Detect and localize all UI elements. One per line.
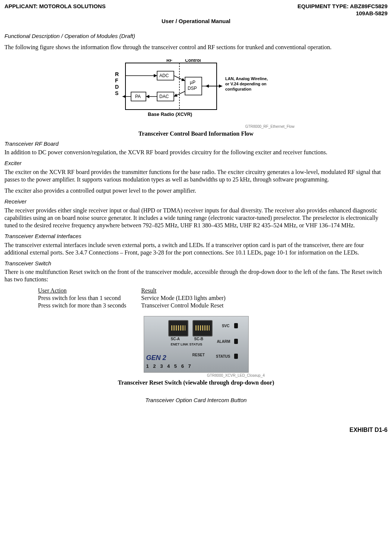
table-header-action: User Action bbox=[38, 287, 141, 294]
pa-label: PA bbox=[135, 94, 141, 99]
side-text-3: configuration bbox=[225, 87, 252, 91]
side-text-2: or V.24 depending on bbox=[225, 82, 267, 86]
rfboard-title: Transceiver RF Board bbox=[4, 140, 388, 148]
reset-label: RESET bbox=[192, 353, 205, 358]
section-title: Functional Description / Operation of Mo… bbox=[4, 33, 388, 40]
switch-para: There is one multifunction Reset switch … bbox=[4, 268, 388, 283]
rfboard-para: In addition to DC power conversion/regul… bbox=[4, 149, 388, 156]
alarm-label: ALARM bbox=[217, 339, 230, 344]
up-label: µP bbox=[190, 80, 195, 85]
base-radio-label: Base Radio (XCVR) bbox=[148, 111, 192, 117]
table-row: Press switch for more than 3 seconds Tra… bbox=[38, 302, 240, 309]
svg-text:S: S bbox=[115, 90, 118, 96]
option-card-title: Transceiver Option Card Intercom Button bbox=[4, 397, 388, 404]
figure-1-credit: GTR8000_RF_Ethernet_Flow bbox=[4, 124, 294, 129]
svg-text:D: D bbox=[115, 84, 119, 90]
scb-label: SC-B bbox=[194, 337, 203, 342]
table-header-row: User Action Result bbox=[38, 287, 240, 294]
table-row: Press switch for less than 1 second Serv… bbox=[38, 294, 240, 302]
equipment-type-sub: 109AB-5829 bbox=[297, 10, 388, 17]
ext-if-para: The transceiver external interfaces incl… bbox=[4, 241, 388, 256]
ext-if-title: Transceiver External Interfaces bbox=[4, 233, 388, 240]
rf-label: RF bbox=[166, 59, 172, 63]
receiver-para: The receiver provides either single rece… bbox=[4, 207, 388, 229]
intro-paragraph: The following figure shows the informati… bbox=[4, 44, 388, 51]
svg-text:F: F bbox=[115, 78, 118, 83]
exciter-para-1: The exciter on the XCVR RF board provide… bbox=[4, 168, 388, 183]
table-cell: Press switch for less than 1 second bbox=[38, 294, 141, 302]
adc-label: ADC bbox=[159, 73, 169, 78]
dsp-label: DSP bbox=[188, 86, 197, 91]
switch-table: User Action Result Press switch for less… bbox=[38, 287, 240, 309]
figure-1: R F D S ADC DAC PA µP DSP RF Control bbox=[4, 59, 388, 138]
side-text-1: LAN, Analog Wireline, bbox=[225, 76, 268, 81]
reset-switch-photo: SC-A SC-B SVC ENET LINK STATUS RESET ALA… bbox=[144, 316, 249, 373]
table-header-result: Result bbox=[141, 287, 240, 294]
svc-label: SVC bbox=[222, 324, 230, 329]
receiver-title: Receiver bbox=[4, 198, 388, 205]
exciter-title: Exciter bbox=[4, 160, 388, 167]
switch-title: Transceiver Switch bbox=[4, 260, 388, 267]
applicant-label: APPLICANT: MOTOROLA SOLUTIONS bbox=[4, 3, 106, 17]
info-flow-diagram: R F D S ADC DAC PA µP DSP RF Control bbox=[111, 59, 282, 123]
manual-title: User / Operational Manual bbox=[4, 18, 388, 25]
table-cell: Press switch for more than 3 seconds bbox=[38, 302, 141, 309]
figure-1-caption: Transceiver Control Board Information Fl… bbox=[4, 130, 388, 138]
sca-label: SC-A bbox=[171, 337, 180, 342]
enet-label: ENET LINK STATUS bbox=[171, 342, 203, 347]
figure-2-credit: GTR8000_XCVR_LED_Closeup_4 bbox=[4, 373, 265, 378]
gen2-label: GEN 2 bbox=[146, 354, 166, 362]
led-numbers: 1 2 3 4 5 6 7 bbox=[146, 363, 192, 369]
figure-2: SC-A SC-B SVC ENET LINK STATUS RESET ALA… bbox=[4, 316, 388, 386]
figure-2-caption: Transceiver Reset Switch (viewable throu… bbox=[4, 379, 388, 386]
status-label: STATUS bbox=[216, 354, 230, 359]
exhibit-footer: EXHIBIT D1-6 bbox=[4, 426, 388, 434]
dac-label: DAC bbox=[159, 94, 169, 99]
exciter-para-2: The exciter also provides a controlled o… bbox=[4, 187, 388, 195]
equipment-type-label: EQUIPMENT TYPE: ABZ89FC5829 bbox=[297, 3, 388, 10]
table-cell: Transceiver Control Module Reset bbox=[141, 302, 240, 309]
rfds-label: R bbox=[115, 71, 119, 77]
control-label: Control bbox=[185, 59, 201, 63]
table-cell: Service Mode (LED3 lights amber) bbox=[141, 294, 240, 302]
